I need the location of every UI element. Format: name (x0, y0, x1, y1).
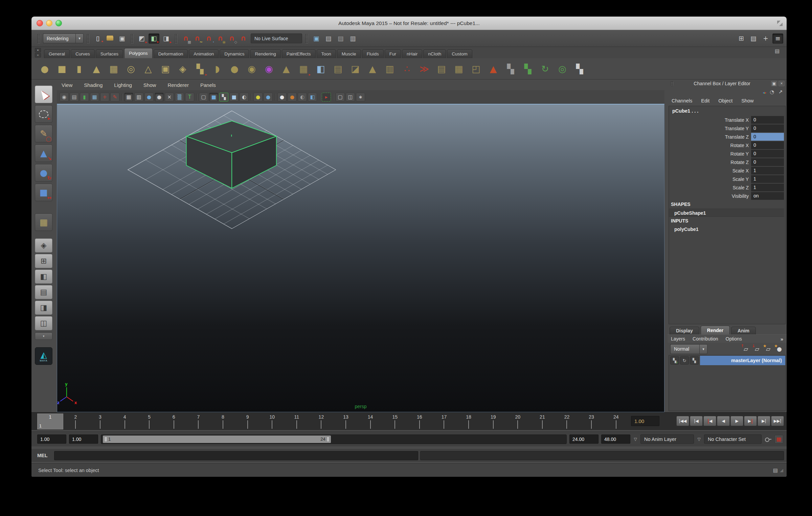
command-language-toggle[interactable]: MEL (37, 453, 52, 458)
frame-cell[interactable]: 17 (432, 414, 456, 429)
attribute-value[interactable]: 0 (751, 116, 784, 124)
attribute-value[interactable]: 0 (751, 158, 784, 166)
checker-cube-icon[interactable]: ▚ (572, 61, 587, 76)
sculpt-icon[interactable]: ▲ (486, 61, 500, 76)
poly-sphere-icon[interactable]: ● (38, 61, 52, 76)
animation-end-field[interactable]: 48.00 (601, 435, 630, 444)
shelf-tab[interactable]: Dynamics (220, 49, 249, 58)
shelf-tab[interactable]: Polygons (124, 48, 153, 58)
title-bar[interactable]: Autodesk Maya 2015 – Not for Resale: unt… (31, 17, 787, 30)
step-back-key-button[interactable]: | ◀ (703, 416, 716, 426)
script-editor-icon[interactable]: ▤ (773, 467, 778, 473)
range-slider-bar[interactable]: 1 24 (103, 436, 331, 443)
current-time-field[interactable]: 1.00 (631, 416, 659, 426)
frame-cell[interactable]: 13 (334, 414, 358, 429)
open-scene-icon[interactable] (105, 33, 115, 44)
panel-menu[interactable]: View (62, 82, 72, 88)
attribute-label[interactable]: Scale Z (669, 185, 751, 190)
chevron-down-icon[interactable]: ▾ (699, 344, 707, 354)
shelf-tab[interactable]: Surfaces (96, 49, 123, 58)
channel-box-menu[interactable]: Edit (701, 98, 709, 103)
shelf-tab[interactable]: nCloth (423, 49, 446, 58)
anim-layer-selector[interactable]: No Anim Layer (640, 435, 694, 444)
last-tool-button[interactable]: ▦ (35, 213, 52, 231)
frame-cell[interactable]: 16 (407, 414, 432, 429)
play-backwards-button[interactable]: ◀ (717, 416, 730, 426)
shelf-editor-icon[interactable]: ▤ (772, 46, 783, 56)
attribute-value[interactable]: 0 (751, 141, 784, 149)
go-to-start-button[interactable]: |◀◀ (676, 416, 689, 426)
lasso-select-tool[interactable] (35, 105, 52, 123)
multisample-icon[interactable]: ◧ (308, 93, 317, 101)
character-set-selector[interactable]: No Character Set (704, 435, 762, 444)
menu-set-dropdown[interactable]: Rendering ▾ (43, 33, 84, 43)
modeling-toolkit-toggle-icon[interactable]: ⊞ (736, 33, 747, 44)
poly-platonic-icon[interactable]: ◈ (176, 61, 190, 76)
input-node[interactable]: polyCube1 (669, 225, 784, 233)
frame-cell[interactable]: 15 (383, 414, 407, 429)
offset-edge-loop-icon[interactable]: ◪ (348, 61, 362, 76)
channel-box-menu[interactable]: Object (718, 98, 732, 103)
range-start-handle[interactable] (104, 437, 107, 442)
poly-cube-icon[interactable]: ■ (55, 61, 69, 76)
tool-settings-toggle-icon[interactable]: + (760, 33, 771, 44)
shelf-tab[interactable]: General (44, 49, 70, 58)
step-forward-frame-button[interactable]: ▶| (758, 416, 770, 426)
attribute-label[interactable]: Translate Y (669, 126, 751, 131)
scene-lighting-icon[interactable]: ● (264, 93, 273, 101)
frame-cell[interactable]: 20 (505, 414, 530, 429)
step-forward-key-button[interactable]: ▶ | (744, 416, 757, 426)
panel-menu[interactable]: Show (143, 82, 156, 88)
quadrangulate-icon[interactable]: ▦ ▸ (296, 61, 311, 76)
axis-manipulator-icon[interactable]: ◂▴▸ (763, 89, 766, 95)
use-all-lights-icon[interactable]: ▚ (219, 93, 228, 101)
snap-to-projected-center-icon[interactable]: ∩ ◉ (215, 33, 226, 44)
scale-tool[interactable]: ■ ↔ (35, 184, 52, 201)
wireframe-cube-icon[interactable]: ▢ (199, 93, 208, 101)
shelf-tab[interactable]: PaintEffects (282, 49, 316, 58)
separator[interactable] (274, 93, 276, 101)
layer-row[interactable]: ▚ ✓ ↻ ▚ (669, 355, 785, 366)
chevron-down-icon[interactable]: ▽ (697, 437, 701, 442)
channel-box-menu[interactable]: Show (741, 98, 753, 103)
normals-icon[interactable]: ↻ (538, 61, 552, 76)
textured-icon[interactable]: ▒ (175, 93, 184, 101)
xray-active-icon[interactable]: ◫ (346, 93, 355, 101)
new-empty-layer-icon[interactable]: ▱ ★ (764, 345, 773, 353)
ipr-render-icon[interactable]: ▤ (335, 33, 346, 44)
playback-end-field[interactable]: 24.00 (569, 435, 599, 444)
select-hierarchy-icon[interactable]: ◩ ▸ (136, 33, 147, 44)
contribution-menu[interactable]: Contribution (693, 336, 718, 342)
pcube1-object[interactable] (186, 121, 276, 188)
bridge-icon[interactable]: ▥ (383, 61, 397, 76)
film-gate-icon[interactable]: ▥ (134, 93, 143, 101)
xray-icon[interactable]: ▢ (336, 93, 345, 101)
separator[interactable] (318, 93, 321, 101)
attribute-value[interactable]: 0 (751, 124, 784, 132)
shelf-tab-toggle-icon[interactable]: ▾ (35, 48, 41, 52)
frame-cell[interactable]: 24 (604, 414, 628, 429)
timeline-ruler[interactable]: 1 1 2 3 (37, 414, 628, 429)
layer-refresh-toggle[interactable]: ↻ (680, 356, 689, 365)
isolate-select-icon[interactable]: ▸ (322, 93, 331, 101)
auto-keyframe-toggle[interactable]: ▦ (774, 435, 783, 444)
attribute-value[interactable]: 0 (751, 150, 784, 158)
frame-cell[interactable]: 5 (137, 414, 162, 429)
image-plane-icon[interactable]: ▦ (90, 93, 99, 101)
channel-box-toggle-icon[interactable]: ≡ (772, 33, 783, 44)
layer-editor-tab[interactable]: Anim (731, 327, 756, 334)
poly-pipe-icon[interactable]: ▣ (158, 61, 173, 76)
chevron-down-icon[interactable]: ▾ (75, 33, 84, 43)
grip-handle[interactable] (87, 34, 89, 43)
poly-cylinder-icon[interactable]: ▮ (72, 61, 86, 76)
bookmark-icon[interactable]: ▮ (80, 93, 89, 101)
layout-persp-graph[interactable]: ▤ (35, 285, 52, 299)
default-material-icon[interactable]: ● (155, 93, 164, 101)
attribute-value[interactable]: on (751, 192, 784, 200)
poke-icon[interactable]: ∴ (400, 61, 414, 76)
grip-handle[interactable] (305, 34, 308, 43)
grip-handle[interactable] (131, 34, 133, 43)
step-back-frame-button[interactable]: |◀ (690, 416, 703, 426)
subdiv-proxy-icon[interactable]: ◉ (245, 61, 259, 76)
perspective-view[interactable]: y z x persp (57, 104, 664, 412)
